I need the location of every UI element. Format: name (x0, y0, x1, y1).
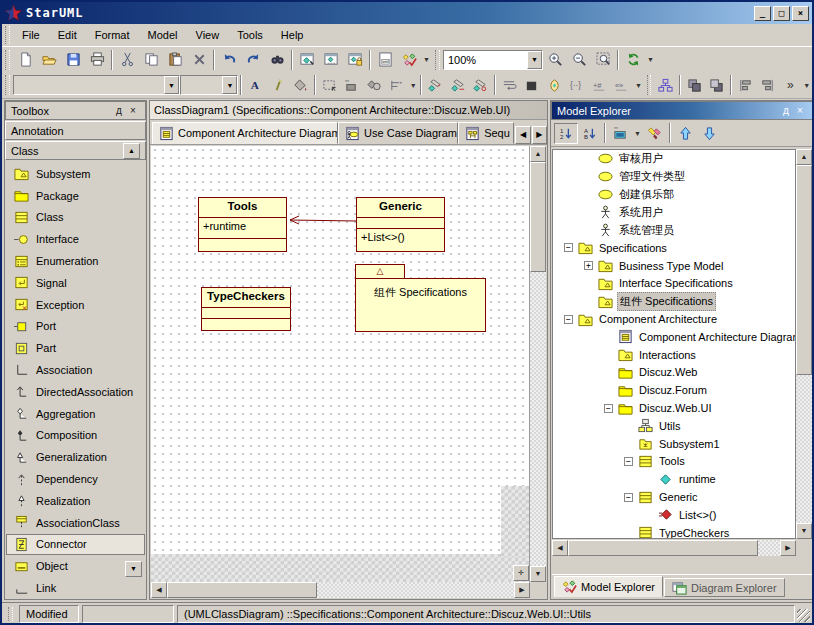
toolbox-section-class[interactable]: Class ▲ (5, 141, 146, 160)
dropdown-arrow-icon[interactable]: ▼ (645, 49, 656, 70)
print-button[interactable] (85, 49, 109, 70)
export-xml-button[interactable]: xml (373, 49, 397, 70)
shapes-button[interactable] (363, 75, 386, 96)
scroll-up-icon[interactable]: ▲ (530, 146, 546, 162)
fmt-auto-button[interactable] (543, 75, 566, 96)
collapse-icon[interactable]: − (604, 404, 613, 413)
toolbox-item-part[interactable]: Part (6, 337, 145, 359)
toolbox-item-interface[interactable]: Interface (6, 228, 145, 250)
redo-button[interactable] (241, 49, 265, 70)
add-model-button[interactable] (319, 49, 343, 70)
toolbar-grip[interactable] (647, 75, 652, 96)
tree-item--[interactable]: 管理文件类型 (553, 168, 795, 186)
toolbox-item-subsystem[interactable]: Subsystem (6, 163, 145, 185)
uml-subsystem-tab[interactable]: △ (355, 264, 405, 278)
maximize-button[interactable]: □ (773, 6, 790, 21)
tree-item-discuz-web[interactable]: Discuz.Web (553, 364, 795, 382)
toolbox-item-class[interactable]: Class (6, 207, 145, 229)
dropdown-arrow-icon[interactable]: ▼ (222, 76, 237, 94)
scroll-down-icon[interactable]: ▼ (796, 523, 812, 539)
close-button[interactable]: × (792, 6, 809, 21)
menu-help[interactable]: Help (272, 26, 313, 44)
toolbox-item-enumeration[interactable]: Enumeration (6, 250, 145, 272)
dropdown-arrow-icon[interactable]: ▼ (421, 49, 432, 70)
open-button[interactable] (37, 49, 61, 70)
diagram-tab-use-case-diagram[interactable]: Use Case Diagram (338, 122, 458, 144)
pin-icon[interactable]: д (112, 105, 126, 116)
tree-item-runtime[interactable]: runtime (553, 470, 795, 488)
toolbox-section-annotation[interactable]: Annotation (5, 121, 146, 140)
bring-front-button[interactable] (683, 75, 706, 96)
vis-oper-button[interactable] (447, 75, 470, 96)
tab-scroll-right-icon[interactable]: ▶ (532, 126, 547, 144)
tree-item-discuz-web-ui[interactable]: −Discuz.Web.UI (553, 399, 795, 417)
dropdown-arrow-icon[interactable]: ▼ (527, 51, 542, 69)
scroll-down-icon[interactable]: ▼ (530, 566, 546, 582)
tree-item-list-[interactable]: List<>() (553, 506, 795, 524)
explorer-tab-diagram-explorer[interactable]: Diagram Explorer (664, 578, 785, 597)
zoom-in-button[interactable] (543, 49, 567, 70)
select-rect-button[interactable] (318, 75, 341, 96)
toolbox-item-realization[interactable]: Realization (6, 490, 145, 512)
close-icon[interactable]: × (793, 105, 807, 116)
tree-item--[interactable]: 系统用户 (553, 203, 795, 221)
scroll-left-icon[interactable]: ◀ (552, 540, 568, 556)
tree-item-business-type-model[interactable]: +Business Type Model (553, 257, 795, 275)
collapse-icon[interactable]: − (624, 493, 633, 502)
dropdown-arrow-icon[interactable]: ▼ (802, 75, 812, 96)
vis-attr-button[interactable] (424, 75, 447, 96)
diagram-tab-component-architecture-diagram[interactable]: Component Architecture Diagram (152, 122, 338, 144)
tree-item-specifications[interactable]: −Specifications (553, 239, 795, 257)
fill-color-button[interactable] (289, 75, 312, 96)
send-back-button[interactable] (705, 75, 728, 96)
menu-file[interactable]: File (13, 26, 49, 44)
scroll-right-icon[interactable]: ▶ (514, 582, 530, 598)
toolbox-item-exception[interactable]: Exception (6, 294, 145, 316)
toolbox-item-package[interactable]: Package (6, 185, 145, 207)
overflow-chevron-icon[interactable]: » (779, 75, 802, 96)
tree-item-typecheckers[interactable]: TypeCheckers (553, 524, 795, 539)
menu-edit[interactable]: Edit (49, 26, 86, 44)
toolbox-item-associationclass[interactable]: AssociationClass (6, 512, 145, 534)
sort-alpha-button[interactable]: AB (578, 123, 602, 144)
tree-item-interactions[interactable]: Interactions (553, 346, 795, 364)
fmt-solid-button[interactable] (521, 75, 544, 96)
hscroll-thumb[interactable] (167, 582, 317, 598)
uml-class-typecheckers[interactable]: TypeCheckers (201, 287, 291, 331)
close-icon[interactable]: × (126, 105, 140, 116)
paste-button[interactable] (163, 49, 187, 70)
hscroll-thumb[interactable] (568, 540, 758, 556)
tree-item-generic[interactable]: −Generic (553, 488, 795, 506)
toolbox-item-composition[interactable]: Composition (6, 425, 145, 447)
expand-icon[interactable]: + (584, 261, 593, 270)
menu-view[interactable]: View (187, 26, 229, 44)
tree-item--specifications[interactable]: 组件 Specifications (553, 292, 795, 310)
toolbar-grip[interactable] (435, 50, 440, 70)
org-chart-button[interactable] (654, 75, 677, 96)
scroll-left-icon[interactable]: ◀ (151, 582, 167, 598)
uml-class-tools[interactable]: Tools+runtime (198, 197, 287, 252)
scroll-down-icon[interactable]: ▼ (125, 561, 142, 577)
tree-item-component-architecture[interactable]: −Component Architecture (553, 310, 795, 328)
lock-element-button[interactable] (343, 49, 367, 70)
font-color-button[interactable]: A (244, 75, 267, 96)
toolbox-item-signal[interactable]: Signal (6, 272, 145, 294)
zoom-level-combo[interactable]: 100%▼ (443, 50, 543, 70)
menu-tools[interactable]: Tools (228, 26, 272, 44)
pin-icon[interactable]: д (779, 105, 793, 116)
scroll-right-icon[interactable]: ▶ (780, 540, 796, 556)
dropdown-arrow-icon[interactable]: ▼ (633, 75, 643, 96)
toolbox-item-link[interactable]: Link (6, 577, 145, 598)
sort-index-button[interactable]: 12 (554, 123, 578, 144)
dropdown-arrow-icon[interactable]: ▼ (408, 75, 418, 96)
diagram-tab-sequ[interactable]: Sequ (458, 122, 514, 144)
stereotype-button[interactable]: ** (341, 75, 364, 96)
font-size-combo[interactable]: ▼ (180, 75, 238, 95)
toolbar-grip[interactable] (5, 26, 10, 44)
save-button[interactable] (61, 49, 85, 70)
toolbar-grip[interactable] (5, 75, 10, 96)
explorer-tab-model-explorer[interactable]: Model Explorer (554, 576, 663, 597)
toolbox-item-generalization[interactable]: Generalization (6, 446, 145, 468)
menu-format[interactable]: Format (86, 26, 139, 44)
toolbox-item-connector[interactable]: Connector (6, 534, 145, 556)
